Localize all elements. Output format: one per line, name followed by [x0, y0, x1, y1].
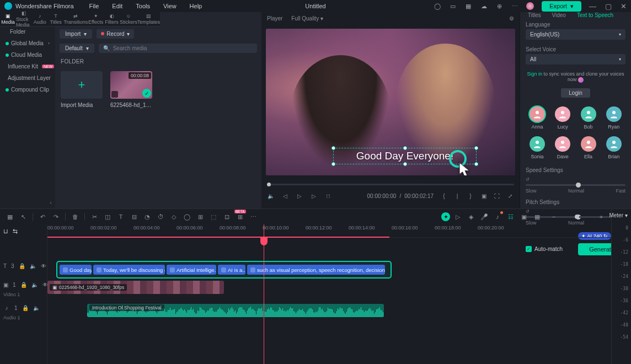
undo-button[interactable]: ↶	[37, 211, 48, 222]
mute-icon[interactable]: 🔈	[33, 304, 40, 311]
mark-out-button[interactable]: }	[467, 192, 474, 200]
tab-audio[interactable]: ♪Audio	[32, 12, 48, 26]
layout-icon[interactable]: ▭	[449, 2, 457, 10]
snapshot-icon[interactable]: ▦	[464, 2, 472, 10]
record-button[interactable]: Record▾	[97, 29, 133, 39]
media-clip-tile[interactable]: 00:00:08 ✓ 6225468-hd_1920_1...	[110, 71, 152, 108]
link-icon[interactable]: ⇆	[13, 228, 18, 235]
help-icon[interactable]: ⊕	[495, 2, 503, 10]
text-track-header[interactable]: T3 🔒 🔈 👁	[0, 259, 47, 273]
tab-transitions[interactable]: ⇄Transitions	[64, 12, 88, 26]
next-frame-button[interactable]: ▷	[310, 192, 318, 200]
mark-in-button[interactable]: {	[440, 192, 448, 200]
mixer-button[interactable]: ☷	[505, 211, 516, 222]
grid-icon[interactable]: ▦	[4, 211, 15, 222]
zoom-out-button[interactable]: −	[548, 211, 559, 222]
playhead[interactable]	[264, 224, 264, 364]
lock-icon[interactable]: 🔒	[19, 263, 25, 269]
text-button[interactable]: T	[115, 211, 126, 222]
timeline-tracks[interactable]: 00:00:00:0000:00:02:0000:00:04:0000:00:0…	[47, 224, 611, 364]
window-close-button[interactable]: ✕	[621, 2, 627, 10]
menu-tools[interactable]: Tools	[136, 3, 150, 9]
voice-option[interactable]: Bob	[578, 106, 599, 130]
play-button[interactable]: ▷	[296, 192, 303, 200]
import-media-tile[interactable]: + Import Media	[61, 71, 103, 108]
text-clip[interactable]: Good day ...	[60, 265, 92, 275]
sidebar-item-cloud-media[interactable]: Cloud Media	[0, 49, 55, 61]
keyframe-button[interactable]: ◇	[168, 211, 179, 222]
marker-button[interactable]: ◈	[466, 211, 477, 222]
resize-handle[interactable]	[403, 162, 407, 166]
export-button[interactable]: Export ▾	[542, 1, 581, 12]
pointer-icon[interactable]: ↖	[18, 211, 29, 222]
preview-scrubber[interactable]	[267, 184, 514, 185]
right-tab-titles[interactable]: Titles	[522, 12, 547, 18]
resize-handle[interactable]	[474, 146, 478, 150]
resize-handle[interactable]	[474, 162, 478, 166]
magnet-icon[interactable]: ⊔	[3, 228, 8, 235]
cloud-icon[interactable]: ☁	[480, 2, 488, 10]
resize-handle[interactable]	[403, 146, 407, 150]
slider-reset-icon[interactable]: ↺	[526, 177, 625, 182]
voice-option[interactable]: Anna	[527, 106, 548, 130]
video-clip[interactable]: ▣0225466-hd_1920_1080_30fps	[47, 281, 224, 294]
tab-templates[interactable]: ▤Templates	[137, 12, 160, 26]
sidebar-item-compound-clip[interactable]: Compound Clip	[0, 84, 55, 95]
sidebar-item-adjustment-layer[interactable]: Adjustment Layer	[0, 72, 55, 84]
mic-button[interactable]: 🎤	[479, 211, 490, 222]
voice-option[interactable]: Ella	[578, 136, 599, 159]
redo-button[interactable]: ↷	[50, 211, 61, 222]
playhead-handle[interactable]	[260, 237, 268, 245]
login-button[interactable]: Login	[561, 88, 590, 98]
mute-icon[interactable]: 🔈	[31, 281, 38, 288]
search-input[interactable]: 🔍Search media	[99, 44, 257, 53]
tab-stickers[interactable]: ☺Stickers	[120, 12, 137, 26]
meter-label[interactable]: Meter▾	[609, 212, 628, 218]
tool-button[interactable]: ⊡	[221, 211, 232, 222]
audio-button[interactable]: ♪	[492, 211, 503, 222]
voice-option[interactable]: Lucy	[552, 106, 573, 130]
preview-canvas[interactable]: Good Day Everyone!	[266, 29, 515, 175]
import-button[interactable]: Import▾	[60, 29, 92, 39]
window-minimize-button[interactable]: —	[589, 2, 596, 10]
user-avatar-icon[interactable]	[526, 2, 534, 10]
resize-handle[interactable]	[331, 146, 335, 150]
sidebar-item-influence-kit[interactable]: Influence KitNEW	[0, 61, 55, 72]
render-button[interactable]: ▦	[532, 211, 543, 222]
snapshot-button[interactable]: ▣	[480, 192, 488, 200]
menu-file[interactable]: File	[89, 3, 99, 9]
text-clip-group[interactable]: Good day ...Today, we'll be discussing o…	[56, 261, 392, 279]
sidebar-item-folder[interactable]: Folder	[0, 26, 55, 38]
slider-thumb[interactable]	[576, 183, 581, 188]
zoom-slider[interactable]	[563, 216, 592, 218]
lock-icon[interactable]: 🔒	[22, 304, 29, 311]
video-track-header[interactable]: ▣1 🔒 🔈 👁	[0, 277, 47, 292]
signin-link[interactable]: Sign in	[527, 71, 542, 77]
stop-button[interactable]: □	[324, 192, 332, 200]
split-button[interactable]: ✂	[89, 211, 100, 222]
text-clip[interactable]: such as visual perception, speech recogn…	[247, 265, 385, 275]
lock-icon[interactable]: 🔒	[20, 281, 27, 288]
time-ruler[interactable]: 00:00:00:0000:00:02:0000:00:04:0000:00:0…	[47, 224, 611, 238]
voice-option[interactable]: Brian	[603, 136, 624, 159]
tab-titles[interactable]: TTitles	[48, 12, 64, 26]
voice-option[interactable]: Dave	[552, 136, 573, 159]
fit-button[interactable]: ⛶	[493, 192, 501, 200]
resize-handle[interactable]	[331, 162, 335, 166]
fullscreen-button[interactable]: ⤢	[506, 192, 514, 200]
text-clip[interactable]: Artificial Intellige...	[167, 265, 216, 275]
scrubber-handle[interactable]	[267, 183, 271, 186]
volume-icon[interactable]: 🔈	[267, 192, 275, 200]
record-status-icon[interactable]: ◯	[434, 2, 441, 10]
preview-tab-quality[interactable]: Full Quality ▾	[291, 15, 323, 22]
right-tab-video[interactable]: Video	[547, 12, 571, 18]
tool-button[interactable]: ⊞BETA	[234, 211, 245, 222]
right-tab-tts[interactable]: Text to Speech	[571, 12, 619, 18]
language-select[interactable]: English(US)▾	[526, 29, 625, 40]
speed-slider[interactable]	[526, 184, 625, 186]
menu-edit[interactable]: Edit	[112, 3, 122, 9]
tab-filters[interactable]: ◐Filters	[104, 12, 120, 26]
menu-help[interactable]: Help	[190, 3, 202, 9]
window-maximize-button[interactable]: ▢	[605, 2, 612, 10]
mute-icon[interactable]: 🔈	[30, 263, 36, 269]
